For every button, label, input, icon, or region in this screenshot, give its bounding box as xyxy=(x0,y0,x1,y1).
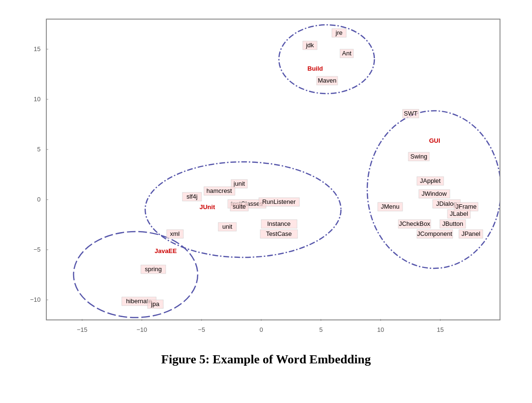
svg-text:jdk: jdk xyxy=(306,42,314,49)
main-container: −15 −10 −5 0 5 10 15 xyxy=(0,0,532,403)
svg-text:10: 10 xyxy=(34,95,41,103)
svg-text:JLabel: JLabel xyxy=(450,210,468,217)
y-ticks: −10 −5 0 5 10 15 xyxy=(30,45,48,303)
svg-text:JavaEE: JavaEE xyxy=(155,247,177,255)
svg-text:−5: −5 xyxy=(33,246,41,253)
svg-text:0: 0 xyxy=(259,326,263,333)
svg-text:Instance: Instance xyxy=(267,220,290,227)
svg-text:−5: −5 xyxy=(198,326,205,333)
svg-text:JPanel: JPanel xyxy=(461,230,480,237)
svg-text:JApplet: JApplet xyxy=(420,177,441,184)
svg-text:unit: unit xyxy=(223,223,233,230)
svg-text:spring: spring xyxy=(145,265,161,273)
svg-text:hamcrest: hamcrest xyxy=(206,187,232,194)
svg-text:Build: Build xyxy=(308,65,323,72)
svg-text:JCheckBox: JCheckBox xyxy=(399,220,430,227)
svg-text:JFrame: JFrame xyxy=(456,203,477,210)
figure-caption: Figure 5: Example of Word Embedding xyxy=(161,352,371,367)
svg-rect-1 xyxy=(46,19,500,320)
svg-text:junit: junit xyxy=(233,180,245,187)
svg-text:TestCase: TestCase xyxy=(266,230,292,237)
svg-text:Maven: Maven xyxy=(318,77,336,84)
svg-text:jre: jre xyxy=(335,29,342,36)
svg-text:5: 5 xyxy=(319,326,322,333)
svg-text:−10: −10 xyxy=(30,296,41,303)
svg-text:SWT: SWT xyxy=(404,110,418,117)
svg-text:JButton: JButton xyxy=(442,220,463,227)
svg-text:JUnit: JUnit xyxy=(200,203,215,211)
svg-text:RunListener: RunListener xyxy=(262,198,296,205)
svg-text:jpa: jpa xyxy=(150,300,160,308)
svg-text:JMenu: JMenu xyxy=(381,203,399,210)
svg-text:15: 15 xyxy=(34,45,41,53)
chart-svg: −15 −10 −5 0 5 10 15 xyxy=(18,10,514,344)
svg-text:Ant: Ant xyxy=(342,50,351,57)
svg-text:−10: −10 xyxy=(137,326,147,333)
svg-text:suite: suite xyxy=(233,203,245,210)
svg-text:GUI: GUI xyxy=(429,137,440,144)
x-ticks: −15 −10 −5 0 5 10 15 xyxy=(77,319,444,333)
svg-text:−15: −15 xyxy=(77,326,87,333)
svg-text:JDialog: JDialog xyxy=(436,200,457,207)
svg-text:slf4j: slf4j xyxy=(186,193,197,200)
svg-text:JComponent: JComponent xyxy=(417,230,452,237)
svg-text:15: 15 xyxy=(437,326,444,333)
svg-text:Swing: Swing xyxy=(410,153,427,160)
svg-text:JWindow: JWindow xyxy=(422,190,447,197)
svg-text:5: 5 xyxy=(37,146,41,153)
svg-text:0: 0 xyxy=(37,196,41,203)
svg-text:10: 10 xyxy=(377,326,384,333)
chart-area: −15 −10 −5 0 5 10 15 xyxy=(18,10,514,344)
svg-text:xml: xml xyxy=(170,230,180,237)
